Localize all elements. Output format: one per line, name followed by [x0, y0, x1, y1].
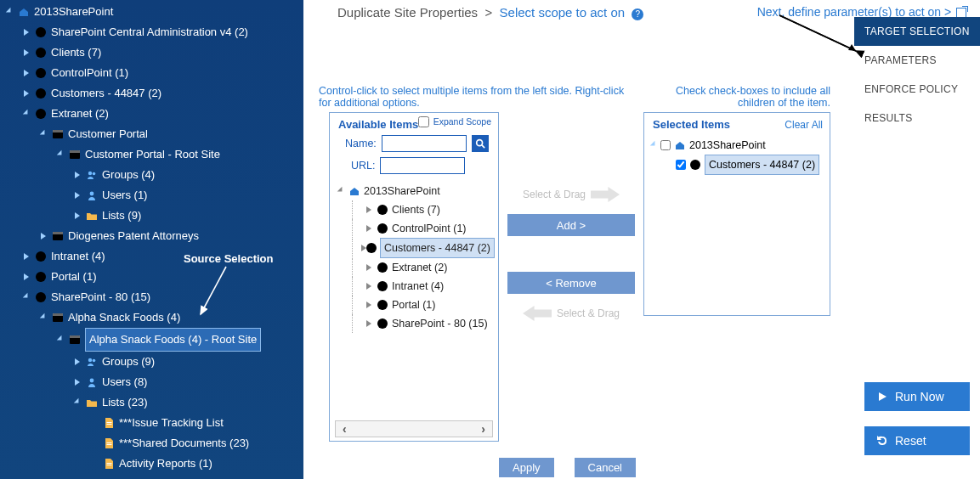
- fold-icon: [85, 396, 99, 409]
- available-item[interactable]: Clients (7): [337, 200, 495, 219]
- help-icon[interactable]: ?: [632, 8, 643, 20]
- twisty-icon[interactable]: [337, 187, 345, 195]
- sidebar-item-as-users[interactable]: Users (8): [0, 372, 303, 392]
- sidebar-item-extranet[interactable]: Extranet (2): [0, 104, 303, 124]
- twisty-icon[interactable]: [73, 171, 82, 179]
- twisty-icon[interactable]: [73, 191, 82, 200]
- twisty-icon[interactable]: [365, 282, 373, 290]
- web-icon: [51, 229, 65, 243]
- twisty-icon[interactable]: [56, 150, 65, 159]
- sidebar-item-customers[interactable]: Customers - 44847 (2): [0, 83, 303, 104]
- web-icon: [68, 148, 82, 161]
- twisty-icon[interactable]: [365, 206, 373, 214]
- twisty-icon[interactable]: [73, 378, 82, 386]
- twisty-icon[interactable]: [365, 319, 373, 328]
- twisty-icon[interactable]: [365, 301, 373, 309]
- available-item[interactable]: Customers - 44847 (2): [337, 238, 495, 258]
- cancel-button[interactable]: Cancel: [575, 458, 636, 477]
- available-root[interactable]: 2013SharePoint: [337, 182, 495, 200]
- twisty-icon[interactable]: [22, 110, 31, 118]
- horizontal-scrollbar[interactable]: ‹ ›: [335, 420, 493, 437]
- twisty-icon[interactable]: [22, 252, 31, 261]
- scroll-left-icon[interactable]: ‹: [343, 422, 347, 436]
- add-button[interactable]: Add >: [507, 214, 635, 236]
- available-tree: 2013SharePoint Clients (7) ControlPoint …: [330, 177, 498, 333]
- sidebar-item-alpha-snack[interactable]: Alpha Snack Foods (4): [0, 307, 303, 328]
- available-item[interactable]: ControlPoint (1): [337, 219, 495, 238]
- sidebar-item-clients[interactable]: Clients (7): [0, 42, 303, 63]
- twisty-icon[interactable]: [22, 273, 31, 281]
- sidebar-item-cp-users[interactable]: Users (1): [0, 185, 303, 206]
- transfer-controls: Select & Drag Add > < Remove Select & Dr…: [507, 136, 635, 321]
- selected-root[interactable]: 2013SharePoint: [649, 136, 824, 155]
- available-item[interactable]: Extranet (2): [337, 258, 495, 277]
- sidebar-item-sharepoint80[interactable]: SharePoint - 80 (15): [0, 287, 303, 307]
- sidebar-tree: 2013SharePoint SharePoint Central Admini…: [0, 0, 303, 479]
- globe-icon: [34, 66, 48, 80]
- twisty-icon[interactable]: [73, 398, 82, 407]
- available-item[interactable]: SharePoint - 80 (15): [337, 314, 495, 333]
- arrow-left-icon: [523, 306, 552, 321]
- selected-item[interactable]: Customers - 44847 (2): [649, 155, 824, 175]
- sidebar-item-cp-groups[interactable]: Groups (4): [0, 165, 303, 185]
- sidebar-item-controlpoint[interactable]: ControlPoint (1): [0, 63, 303, 83]
- sidebar-item-shared-docs[interactable]: ***Shared Documents (23): [0, 433, 303, 454]
- available-item[interactable]: Portal (1): [337, 296, 495, 314]
- sidebar-item-portal[interactable]: Portal (1): [0, 267, 303, 287]
- twisty-icon[interactable]: [73, 211, 82, 220]
- twisty-icon[interactable]: [22, 89, 31, 98]
- selected-item-checkbox[interactable]: [676, 160, 686, 170]
- sidebar-item-diogenes[interactable]: Diogenes Patent Attorneys: [0, 226, 303, 246]
- rail-step-results[interactable]: RESULTS: [854, 104, 980, 132]
- scroll-right-icon[interactable]: ›: [481, 422, 485, 436]
- drag-hint-bottom: Select & Drag: [507, 306, 635, 321]
- expand-scope-checkbox[interactable]: [418, 116, 429, 127]
- usr-icon: [85, 375, 99, 389]
- rail-step-parameters[interactable]: PARAMETERS: [854, 46, 980, 75]
- url-input[interactable]: [380, 157, 465, 174]
- available-item[interactable]: Intranet (4): [337, 277, 495, 296]
- twisty-icon[interactable]: [5, 8, 14, 16]
- twisty-icon[interactable]: [39, 232, 48, 240]
- twisty-icon[interactable]: [365, 224, 373, 233]
- search-icon: [475, 138, 485, 149]
- twisty-icon[interactable]: [22, 293, 31, 301]
- arrow-right-icon: [591, 187, 620, 202]
- twisty-icon[interactable]: [649, 141, 658, 149]
- breadcrumb-step[interactable]: Select scope to act on: [500, 5, 626, 20]
- sidebar-item-issue-tracking[interactable]: ***Issue Tracking List: [0, 413, 303, 433]
- twisty-icon[interactable]: [73, 358, 82, 366]
- sidebar-item-alpha-docs[interactable]: Alpha Documents (148): [0, 474, 303, 479]
- apply-button[interactable]: Apply: [499, 458, 554, 477]
- globe-icon: [376, 222, 389, 235]
- sidebar-item-customer-portal[interactable]: Customer Portal: [0, 124, 303, 144]
- sidebar-item-as-lists[interactable]: Lists (23): [0, 392, 303, 413]
- sidebar-item-central-admin[interactable]: SharePoint Central Administration v4 (2): [0, 22, 303, 42]
- twisty-icon[interactable]: [22, 48, 31, 57]
- twisty-icon[interactable]: [365, 263, 373, 272]
- twisty-icon[interactable]: [39, 313, 48, 322]
- rail-step-enforce policy[interactable]: ENFORCE POLICY: [854, 75, 980, 104]
- run-now-button[interactable]: Run Now: [864, 382, 970, 411]
- reset-button[interactable]: Reset: [864, 426, 970, 455]
- twisty-icon[interactable]: [360, 244, 363, 252]
- name-input[interactable]: [382, 135, 467, 152]
- rail-step-target selection[interactable]: TARGET SELECTION: [854, 17, 980, 46]
- sidebar-item-activity-reports[interactable]: Activity Reports (1): [0, 454, 303, 474]
- expand-scope[interactable]: Expand Scope: [418, 116, 491, 127]
- twisty-icon[interactable]: [39, 130, 48, 138]
- selected-root-checkbox[interactable]: [660, 140, 671, 150]
- twisty-icon[interactable]: [22, 28, 31, 37]
- twisty-icon[interactable]: [22, 69, 31, 77]
- sidebar-root[interactable]: 2013SharePoint: [0, 2, 303, 22]
- clear-all-link[interactable]: Clear All: [785, 119, 823, 131]
- sidebar-item-cp-lists[interactable]: Lists (9): [0, 206, 303, 226]
- search-button[interactable]: [472, 135, 489, 152]
- twisty-icon[interactable]: [56, 335, 65, 344]
- sidebar-item-as-groups[interactable]: Groups (9): [0, 352, 303, 372]
- sidebar-item-alpha-snack-root[interactable]: Alpha Snack Foods (4) - Root Site: [0, 328, 303, 352]
- remove-button[interactable]: < Remove: [507, 272, 635, 294]
- url-label: URL:: [351, 160, 375, 172]
- play-icon: [876, 391, 888, 403]
- sidebar-item-customer-portal-root[interactable]: Customer Portal - Root Site: [0, 144, 303, 165]
